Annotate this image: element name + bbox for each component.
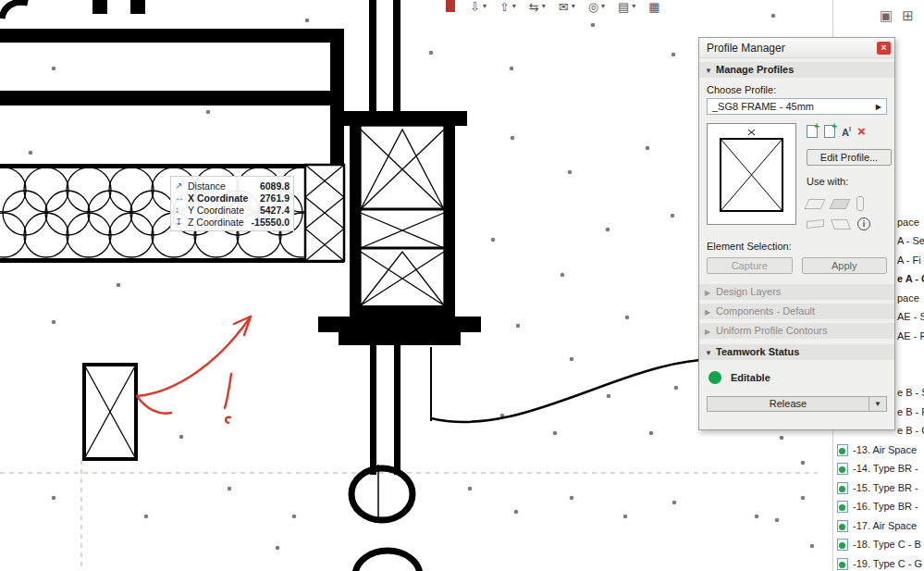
anchor-box <box>84 365 136 459</box>
pier-hatch <box>305 165 344 261</box>
apply-button[interactable]: Apply <box>802 257 888 274</box>
chevron-down-icon[interactable]: ▾ <box>542 0 546 13</box>
coordinate-row: ↔ X Coordinate 2761.9 <box>175 192 290 204</box>
upload-arrow-icon: ⇧ <box>499 0 510 14</box>
swap-arrows-icon: ⇆ <box>529 0 539 14</box>
profile-dropdown[interactable]: _SG8 FRAME - 45mm ▶ <box>707 98 887 115</box>
coordinate-value: 6089.8 <box>260 180 290 192</box>
new-profile-icon[interactable]: + <box>807 125 818 138</box>
editable-status-icon <box>708 371 721 384</box>
toolbar-button[interactable]: ⇆▾ <box>529 0 546 14</box>
layer-label: -16. Type BR - <box>853 501 918 512</box>
layer-icon <box>837 463 848 475</box>
coordinate-tooltip: ↗ Distance 6089.8 ↔ X Coordinate 2761.9 … <box>170 176 294 231</box>
title-text-fragment <box>2 0 145 19</box>
section-components-default[interactable]: ▶Components - Default <box>699 304 894 319</box>
chevron-down-icon[interactable]: ▾ <box>483 0 487 13</box>
grid-icon: ▦ <box>648 0 659 14</box>
toolbar-button[interactable]: ▦ <box>648 0 659 14</box>
shell-tool-icon[interactable] <box>831 219 851 230</box>
app-window: pace A - Se A - Fi e A - G pace AE - S A… <box>0 0 924 571</box>
layer-row[interactable]: -19. Type C - G <box>833 554 924 571</box>
close-icon[interactable]: × <box>877 42 891 55</box>
chevron-right-icon: ▶ <box>705 285 716 301</box>
layer-row[interactable]: -18. Type C - B <box>833 535 924 553</box>
top-toolbar: ⇩▾ ⇧▾ ⇆▾ ✉▾ ◎▾ ▤▾ ▦ <box>446 0 660 17</box>
capture-button[interactable]: Capture <box>707 257 793 274</box>
slab-tool-icon[interactable] <box>830 199 851 209</box>
panel-squares-icon[interactable]: ▣ <box>880 7 893 24</box>
chevron-down-icon[interactable]: ▾ <box>632 0 635 13</box>
section-manage-profiles[interactable]: ▼Manage Profiles <box>699 62 894 78</box>
top-right-toolbar: ▣ ⊞ <box>880 7 914 24</box>
toolbar-button[interactable]: ◎▾ <box>588 0 605 14</box>
list-icon: ▤ <box>618 0 629 14</box>
layer-row[interactable]: -15. Type BR - <box>833 478 924 497</box>
coordinate-label: Z Coordinate <box>188 217 252 228</box>
chevron-right-icon: ▶ <box>876 103 881 111</box>
add-panel-icon[interactable]: ⊞ <box>902 7 914 24</box>
mail-icon: ✉ <box>559 0 569 14</box>
section-design-layers[interactable]: ▶Design Layers <box>699 284 894 300</box>
layer-row[interactable]: -14. Type BR - <box>833 459 924 478</box>
coordinate-value: 2761.9 <box>260 192 290 204</box>
chevron-down-icon[interactable]: ▾ <box>572 0 575 13</box>
layer-icon <box>837 558 848 570</box>
column-tool-icon[interactable] <box>856 196 864 211</box>
info-icon[interactable]: i <box>857 217 870 230</box>
toolbar-button[interactable]: ⇧▾ <box>499 0 516 14</box>
target-icon: ◎ <box>588 0 598 14</box>
layer-label: e B - F <box>897 406 924 417</box>
distance-icon: ↗ <box>175 180 188 191</box>
layer-label: -15. Type BR - <box>853 482 918 493</box>
layer-label: -18. Type C - B <box>853 539 921 550</box>
wall-tool-icon[interactable] <box>805 199 826 209</box>
delete-profile-icon[interactable]: × <box>857 125 866 138</box>
element-selection-label: Element Selection: <box>707 241 887 252</box>
layer-label: -13. Air Space <box>853 444 917 455</box>
section-uniform-profile-contours[interactable]: ▶Uniform Profile Contours <box>699 323 894 339</box>
profile-dropdown-value: _SG8 FRAME - 45mm <box>712 101 876 112</box>
beam-tool-icon[interactable] <box>807 219 824 229</box>
leader-curve <box>431 360 700 422</box>
coordinate-label: Y Coordinate <box>188 205 260 216</box>
edit-profile-button[interactable]: Edit Profile... <box>807 149 892 166</box>
toolbar-button[interactable]: ⇩▾ <box>470 0 487 14</box>
layer-icon <box>837 539 848 551</box>
profile-preview[interactable] <box>707 123 796 225</box>
layer-row[interactable]: -13. Air Space <box>833 441 924 459</box>
toolbar-button[interactable]: ✉▾ <box>559 0 575 14</box>
chevron-right-icon: ▶ <box>705 324 716 340</box>
profile-preview-graphic <box>708 124 795 224</box>
layer-row[interactable]: -17. Air Space <box>833 516 924 535</box>
coordinate-label: X Coordinate <box>188 192 260 204</box>
profile-manager-palette: Profile Manager × ▼Manage Profiles Choos… <box>698 37 895 430</box>
chevron-down-icon: ▼ <box>705 63 716 79</box>
layer-row[interactable]: -16. Type BR - <box>833 497 924 515</box>
chevron-down-icon[interactable]: ▾ <box>512 0 516 13</box>
coordinate-row: ↕ Y Coordinate 5427.4 <box>175 204 290 216</box>
section-teamwork-status[interactable]: ▼Teamwork Status <box>699 344 894 360</box>
layer-label: -17. Air Space <box>853 520 917 531</box>
layer-icon <box>837 520 848 532</box>
layer-icon <box>837 482 848 494</box>
layer-label: pace <box>897 217 919 228</box>
y-axis-icon: ↕ <box>175 205 188 215</box>
z-axis-icon: ↧ <box>175 217 188 227</box>
rename-profile-icon[interactable]: AI <box>842 126 851 138</box>
release-button[interactable]: Release <box>707 396 869 412</box>
layer-label: AE - S <box>897 311 924 322</box>
toolbar-button[interactable]: ▤▾ <box>618 0 635 14</box>
coordinate-row: ↗ Distance 6089.8 <box>175 180 290 192</box>
layer-label: -19. Type C - G <box>853 558 922 569</box>
duplicate-profile-icon[interactable]: + <box>824 125 835 138</box>
teamwork-editable-status: Editable <box>708 371 885 384</box>
red-annotation <box>137 317 251 423</box>
chevron-down-icon[interactable]: ▾ <box>601 0 605 13</box>
red-tool-icon[interactable] <box>446 0 455 12</box>
layer-label: e B - G <box>897 425 924 436</box>
palette-title[interactable]: Profile Manager <box>699 38 894 58</box>
layer-label: A - Fi <box>897 254 921 266</box>
coordinate-value: -15550.0 <box>252 217 290 228</box>
release-dropdown-caret[interactable]: ▼ <box>869 396 887 412</box>
